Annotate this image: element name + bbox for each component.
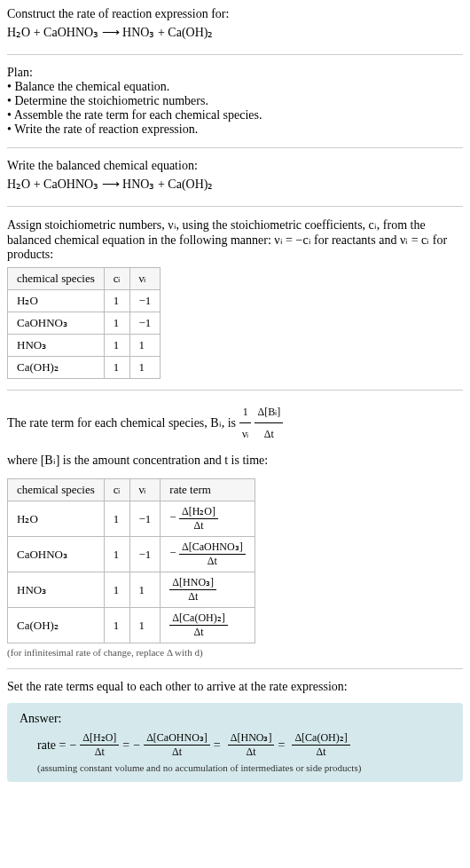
divider — [7, 668, 463, 669]
col-rate: rate term — [161, 479, 255, 501]
cell-ci: 1 — [104, 312, 129, 335]
frac-dB-dt: Δ[Bᵢ] Δt — [255, 401, 283, 445]
frac-den: Δt — [169, 590, 216, 604]
frac-den: νᵢ — [239, 423, 251, 445]
frac-den: Δt — [255, 423, 283, 445]
cell-vi: 1 — [129, 335, 161, 357]
frac-den: Δt — [228, 746, 275, 759]
divider — [7, 390, 463, 391]
frac-den: Δt — [144, 746, 210, 759]
plan-item: • Balance the chemical equation. — [7, 80, 463, 94]
rate-frac: Δ[HNO₃] Δt — [169, 576, 216, 604]
rate-sign: − — [169, 511, 176, 525]
col-vi: νᵢ — [129, 268, 161, 290]
table-row: Ca(OH)₂ 1 1 — [8, 357, 161, 379]
cell-vi: −1 — [129, 290, 161, 312]
stoich-table: chemical species cᵢ νᵢ H₂O 1 −1 CaOHNO₃ … — [7, 267, 161, 379]
rateterm-intro-a: The rate term for each chemical species,… — [7, 411, 236, 436]
cell-species: H₂O — [8, 290, 105, 312]
term-sign: − — [133, 738, 140, 753]
reaction-lhs: H₂O + CaOHNO₃ — [7, 178, 98, 191]
answer-frac: Δ[HNO₃] Δt — [228, 731, 275, 759]
col-species: chemical species — [8, 479, 105, 501]
frac-num: 1 — [239, 401, 251, 423]
table-row: H₂O 1 −1 − Δ[H₂O] Δt — [8, 501, 255, 537]
cell-ci: 1 — [104, 335, 129, 357]
col-vi: νᵢ — [129, 479, 161, 501]
eq-sign: = — [122, 738, 129, 753]
rateterm-section: The rate term for each chemical species,… — [7, 401, 463, 658]
rateterm-note: (for infinitesimal rate of change, repla… — [7, 647, 463, 658]
frac-den: Δt — [292, 746, 349, 759]
frac-num: Δ[HNO₃] — [228, 731, 275, 746]
frac-num: Δ[HNO₃] — [169, 576, 216, 590]
cell-species: HNO₃ — [8, 572, 105, 608]
cell-rate: − Δ[H₂O] Δt — [161, 501, 255, 537]
header-section: Construct the rate of reaction expressio… — [7, 7, 463, 43]
table-header-row: chemical species cᵢ νᵢ — [8, 268, 161, 290]
cell-ci: 1 — [104, 290, 129, 312]
cell-ci: 1 — [104, 608, 129, 643]
balanced-reaction: H₂O + CaOHNO₃ ⟶ HNO₃ + Ca(OH)₂ — [7, 173, 463, 195]
plan-title: Plan: — [7, 66, 463, 80]
reaction-arrow: ⟶ — [102, 26, 120, 39]
reaction-arrow: ⟶ — [102, 178, 120, 191]
rate-frac: Δ[Ca(OH)₂] Δt — [169, 612, 227, 639]
cell-rate: Δ[Ca(OH)₂] Δt — [161, 608, 255, 643]
balanced-section: Write the balanced chemical equation: H₂… — [7, 159, 463, 195]
table-row: Ca(OH)₂ 1 1 Δ[Ca(OH)₂] Δt — [8, 608, 255, 643]
frac-den: Δt — [80, 746, 119, 759]
cell-species: CaOHNO₃ — [8, 537, 105, 572]
cell-rate: Δ[HNO₃] Δt — [161, 572, 255, 608]
table-row: CaOHNO₃ 1 −1 — [8, 312, 161, 335]
col-ci: cᵢ — [104, 268, 129, 290]
answer-frac: Δ[CaOHNO₃] Δt — [144, 731, 210, 759]
frac-num: Δ[CaOHNO₃] — [144, 731, 210, 746]
table-row: CaOHNO₃ 1 −1 − Δ[CaOHNO₃] Δt — [8, 537, 255, 572]
cell-species: Ca(OH)₂ — [8, 608, 105, 643]
answer-frac: Δ[H₂O] Δt — [80, 731, 119, 759]
cell-vi: −1 — [129, 501, 161, 537]
answer-expression: rate = − Δ[H₂O] Δt = − Δ[CaOHNO₃] Δt = Δ… — [37, 731, 450, 759]
rate-frac: Δ[H₂O] Δt — [179, 505, 218, 533]
eq-sign: = — [278, 738, 285, 753]
divider — [7, 206, 463, 207]
cell-ci: 1 — [104, 357, 129, 379]
frac-num: Δ[Bᵢ] — [255, 401, 283, 423]
rateterm-intro-b: where [Bᵢ] is the amount concentration a… — [7, 448, 268, 473]
rate-sign: − — [169, 547, 176, 560]
frac-num: Δ[Ca(OH)₂] — [169, 612, 227, 626]
table-header-row: chemical species cᵢ νᵢ rate term — [8, 479, 255, 501]
cell-ci: 1 — [104, 537, 129, 572]
frac-num: Δ[Ca(OH)₂] — [292, 731, 349, 746]
cell-species: HNO₃ — [8, 335, 105, 357]
frac-num: Δ[CaOHNO₃] — [179, 541, 246, 555]
final-section: Set the rate terms equal to each other t… — [7, 680, 463, 694]
table-row: H₂O 1 −1 — [8, 290, 161, 312]
divider — [7, 147, 463, 148]
term-sign: − — [69, 738, 76, 753]
rate-prefix: rate = — [37, 738, 66, 753]
reaction-rhs: HNO₃ + Ca(OH)₂ — [122, 178, 213, 191]
plan-section: Plan: • Balance the chemical equation. •… — [7, 66, 463, 137]
frac-den: Δt — [179, 555, 246, 568]
plan-item: • Assemble the rate term for each chemic… — [7, 108, 463, 122]
rateterm-table: chemical species cᵢ νᵢ rate term H₂O 1 −… — [7, 478, 255, 643]
cell-vi: 1 — [129, 357, 161, 379]
stoich-intro: Assign stoichiometric numbers, νᵢ, using… — [7, 217, 463, 262]
reaction-lhs: H₂O + CaOHNO₃ — [7, 26, 98, 39]
cell-vi: −1 — [129, 312, 161, 335]
cell-vi: −1 — [129, 537, 161, 572]
table-row: HNO₃ 1 1 — [8, 335, 161, 357]
rate-frac: Δ[CaOHNO₃] Δt — [179, 541, 246, 568]
answer-note: (assuming constant volume and no accumul… — [37, 762, 450, 773]
cell-species: CaOHNO₃ — [8, 312, 105, 335]
page-title: Construct the rate of reaction expressio… — [7, 7, 463, 21]
stoich-section: Assign stoichiometric numbers, νᵢ, using… — [7, 217, 463, 379]
frac-den: Δt — [179, 519, 218, 533]
cell-vi: 1 — [129, 608, 161, 643]
plan-item: • Determine the stoichiometric numbers. — [7, 94, 463, 108]
cell-rate: − Δ[CaOHNO₃] Δt — [161, 537, 255, 572]
cell-species: Ca(OH)₂ — [8, 357, 105, 379]
cell-ci: 1 — [104, 572, 129, 608]
